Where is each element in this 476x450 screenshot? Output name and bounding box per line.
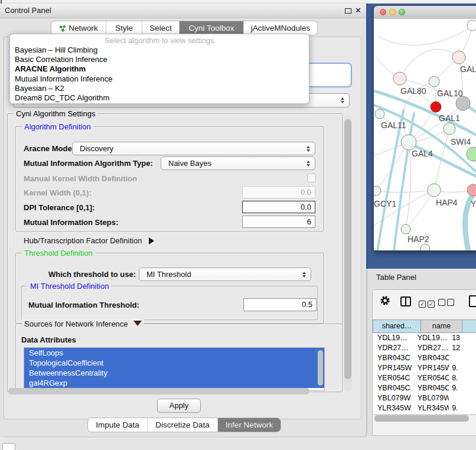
network-node[interactable] xyxy=(428,184,441,197)
table-row[interactable]: YLR345WYLR345W9. xyxy=(373,403,476,413)
mi-threshold-field[interactable]: 0.5 xyxy=(243,298,317,311)
network-node[interactable] xyxy=(467,147,476,161)
table-cell[interactable]: YLR345W xyxy=(373,403,414,413)
table-cell[interactable]: YBR043C xyxy=(373,353,414,363)
tab-jactivemnodules[interactable]: jActiveMNodules xyxy=(243,21,317,35)
file-icon[interactable] xyxy=(469,295,476,307)
table-cell[interactable]: YDR27… xyxy=(373,343,414,353)
partial-button[interactable] xyxy=(2,443,15,450)
table-cell[interactable]: YBR043C xyxy=(414,353,449,363)
close-traffic-light-icon[interactable] xyxy=(380,9,386,15)
network-edge[interactable] xyxy=(400,50,459,79)
tab-infer-network[interactable]: Infer Network xyxy=(217,418,281,432)
table-cell[interactable] xyxy=(449,353,476,363)
mi-steps-field[interactable]: 6 xyxy=(242,216,315,228)
table-row[interactable]: YER054CYER054C8. xyxy=(373,373,476,383)
column-header-partial[interactable]: A xyxy=(462,319,476,333)
network-edge-highlighted[interactable] xyxy=(409,142,476,178)
table-cell[interactable]: YDR27… xyxy=(414,343,449,353)
close-icon[interactable]: ✕ xyxy=(355,6,361,15)
table-cell[interactable]: YBL079W xyxy=(414,393,449,403)
control-panel-titlebar[interactable]: Control Panel ✕ xyxy=(0,4,366,18)
network-node[interactable] xyxy=(401,224,410,234)
kernel-width-field[interactable]: 0.0 xyxy=(242,186,315,198)
network-edge[interactable] xyxy=(376,190,434,193)
table-cell[interactable]: YER054C xyxy=(414,373,449,383)
zoom-traffic-light-icon[interactable] xyxy=(399,9,405,15)
hub-definition-expander[interactable]: Hub/Transcription Factor Definition xyxy=(24,236,154,245)
settings-vertical-scrollbar[interactable] xyxy=(344,116,352,391)
network-node[interactable] xyxy=(401,135,416,150)
which-threshold-combo[interactable]: MI Threshold xyxy=(139,268,311,281)
table-cell[interactable]: YBR045C xyxy=(373,383,414,393)
minimize-traffic-light-icon[interactable] xyxy=(389,9,396,15)
dropdown-item[interactable]: Basic Correlation Inference xyxy=(10,55,309,64)
table-cell[interactable]: 9. xyxy=(449,363,476,373)
tab-cyni-toolbox[interactable]: Cyni Toolbox xyxy=(179,21,243,35)
table-row[interactable]: YBR043CYBR043C xyxy=(373,353,476,363)
table-cell[interactable]: 12 xyxy=(449,343,476,353)
network-window-titlebar[interactable] xyxy=(374,6,476,19)
scrollbar-thumb[interactable] xyxy=(344,119,351,379)
apply-button[interactable]: Apply xyxy=(157,399,201,413)
column-header-shared[interactable]: shared… xyxy=(373,319,421,333)
network-canvas[interactable]: GALGAL80GAL10GAL11GAL1SWI4GAL4GCY1HAP4YH… xyxy=(374,19,476,251)
dpi-tolerance-field[interactable]: 0.0 xyxy=(242,201,315,213)
tab-select[interactable]: Select xyxy=(142,21,179,35)
table-cell[interactable] xyxy=(449,393,476,403)
table-cell[interactable]: YER054C xyxy=(373,373,414,383)
table-row[interactable]: YDR27…YDR27…12 xyxy=(373,343,476,353)
network-node[interactable] xyxy=(431,102,441,112)
attribute-list-item[interactable]: SelfLoops xyxy=(24,348,324,358)
settings-horizontal-scrollbar[interactable] xyxy=(8,388,309,394)
columns-icon[interactable] xyxy=(400,296,411,306)
table-cell[interactable]: 9. xyxy=(449,403,476,413)
column-header-name[interactable]: name xyxy=(421,319,462,333)
data-attributes-list[interactable]: SelfLoopsTopologicalCoefficientBetweenne… xyxy=(24,347,325,391)
sources-group-title[interactable]: Sources for Network Inference xyxy=(22,319,144,328)
gear-icon[interactable] xyxy=(380,295,390,306)
network-node[interactable] xyxy=(467,20,476,31)
table-cell[interactable]: 9. xyxy=(449,383,476,393)
network-node[interactable] xyxy=(374,186,381,195)
dropdown-item[interactable]: Dream8 DC_TDC Algorithm xyxy=(10,93,309,103)
tab-impute-data[interactable]: Impute Data xyxy=(88,418,147,432)
manual-kernel-checkbox[interactable] xyxy=(307,174,316,182)
table-row[interactable]: YBR045CYBR045C9. xyxy=(373,383,476,393)
tab-discretize-data[interactable]: Discretize Data xyxy=(147,418,217,432)
attribute-list-item[interactable]: TopologicalCoefficient xyxy=(24,358,324,368)
network-node[interactable] xyxy=(467,184,476,196)
mi-type-combo[interactable]: Naive Bayes xyxy=(161,156,315,170)
select-all-columns-icon[interactable]: ✓✓ xyxy=(419,298,435,308)
dropdown-item[interactable]: Bayesian – Hill Climbing xyxy=(10,45,309,55)
table-cell[interactable]: YDL19… xyxy=(373,333,414,343)
aracne-mode-combo[interactable]: Discovery xyxy=(72,142,315,155)
network-edge[interactable] xyxy=(379,25,472,45)
table-cell[interactable]: YBL079W xyxy=(373,393,414,403)
network-edge-highlighted[interactable] xyxy=(377,110,403,250)
dropdown-item[interactable]: Bayesian – K2 xyxy=(10,84,309,93)
table-row[interactable]: YPR145WYPR145W9. xyxy=(373,363,476,373)
tab-style[interactable]: Style xyxy=(106,21,142,35)
network-node[interactable] xyxy=(393,72,406,85)
table-cell[interactable]: 8. xyxy=(449,373,476,383)
table-cell[interactable]: YLR345W xyxy=(414,403,449,413)
table-cell[interactable]: YPR145W xyxy=(373,363,414,373)
table-cell[interactable]: YPR145W xyxy=(414,363,449,373)
network-node[interactable] xyxy=(444,123,455,135)
dropdown-item[interactable]: ARACNE Algorithm xyxy=(10,64,309,74)
table-cell[interactable]: YBR045C xyxy=(414,383,449,393)
list-scrollbar-thumb[interactable] xyxy=(318,350,323,386)
network-node[interactable] xyxy=(429,76,439,87)
deselect-all-columns-icon[interactable] xyxy=(438,298,454,308)
float-window-icon[interactable] xyxy=(345,8,351,14)
table-cell[interactable]: 13 xyxy=(449,333,476,343)
dropdown-item[interactable]: Mutual Information Inference xyxy=(10,74,309,84)
table-row[interactable]: YBL079WYBL079W xyxy=(373,393,476,403)
attribute-list-item[interactable]: BetweennessCentrality xyxy=(24,368,324,378)
table-horizontal-scrollbar[interactable] xyxy=(374,415,469,422)
network-node[interactable] xyxy=(456,96,470,110)
table-row[interactable]: YDL19…YDL19…13 xyxy=(373,333,476,343)
attribute-list-item[interactable]: gal4RGexp xyxy=(24,378,324,388)
network-node[interactable] xyxy=(375,109,384,119)
